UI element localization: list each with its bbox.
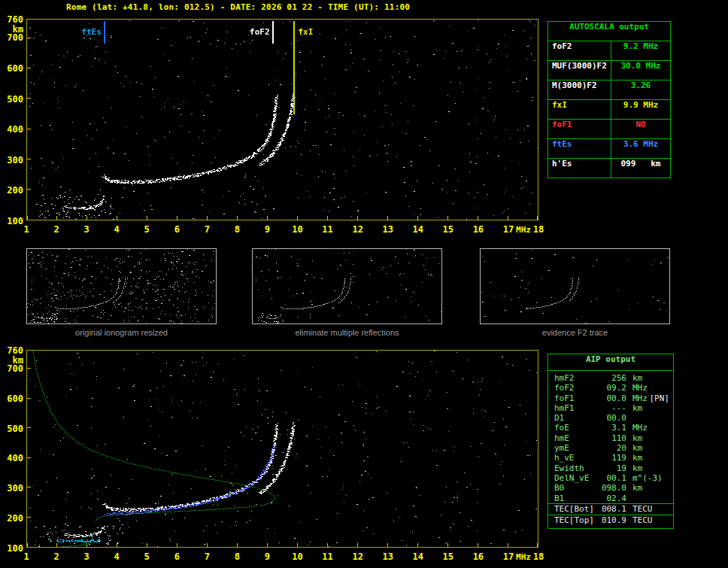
x-tick-label: 10 (292, 551, 302, 562)
aip-row: hmE110km (548, 433, 673, 443)
aip-row: hmF2256km (548, 373, 673, 383)
x-tick-label: 16 (473, 224, 484, 235)
aip-parameter: hmE (554, 433, 569, 443)
aip-unit: km (632, 483, 642, 493)
x-tick-label: 18 (533, 551, 544, 562)
autoscala-value: 9.2 MHz (611, 41, 670, 60)
aip-row: DelN_vE00.1m^(-3) (548, 473, 673, 483)
x-tick-label: 13 (382, 551, 393, 562)
y-tick-label: 200 (3, 185, 23, 196)
autoscala-row: MUF(3000)F230.0 MHz (548, 60, 670, 80)
x-tick-label: 7 (205, 551, 210, 562)
aip-unit: km (632, 373, 642, 383)
aip-unit: TECU (632, 515, 653, 526)
autoscala-value: 3.26 (611, 80, 670, 99)
x-tick-label: 1 (23, 224, 29, 235)
y-tick-label: 300 (3, 483, 23, 494)
y-tick-label: 500 (3, 424, 23, 434)
y-axis-unit: km (3, 355, 23, 366)
aip-value: 256 (595, 373, 626, 383)
aip-parameter: Ewidth (554, 463, 584, 473)
profile-ionogram-canvas (27, 351, 538, 547)
aip-parameter: B0 (554, 483, 564, 493)
aip-parameter: foE (554, 423, 569, 433)
aip-value: 00.0 (595, 413, 626, 423)
x-tick-label: 14 (413, 224, 423, 235)
aip-value: 19 (595, 463, 626, 473)
y-tick-label: 300 (3, 155, 23, 166)
autoscala-parameter: M(3000)F2 (548, 80, 611, 99)
y-tick-label: 200 (3, 513, 23, 524)
x-tick-label: 15 (443, 551, 453, 562)
aip-parameter: DelN_vE (554, 473, 589, 483)
y-tick-label: 100 (3, 216, 23, 226)
aip-row: Ewidth19km (548, 463, 673, 473)
autoscala-row: ftEs3.6 MHz (548, 138, 670, 158)
autoscala-parameter: foF1 (548, 120, 611, 138)
aip-value: 02.4 (595, 494, 626, 503)
y-tick-label: 400 (3, 124, 23, 135)
x-tick-label: 14 (413, 551, 423, 562)
profile-ionogram-plot (26, 350, 538, 548)
aip-unit: TECU (632, 504, 653, 515)
x-tick-label: 4 (114, 224, 120, 235)
aip-unit: km (632, 463, 642, 473)
autoscala-app-screen: Rome (lat: +41.8, lon: 012.5) - DATE: 20… (0, 0, 728, 568)
thumbnail-original-ionogram (26, 248, 217, 324)
y-tick-label: 760 (3, 14, 23, 25)
autoscala-value: 099 km (611, 159, 670, 178)
aip-row: hmF1---km (548, 403, 673, 413)
x-tick-label: 4 (114, 551, 120, 562)
aip-value: 20 (595, 443, 626, 453)
aip-row: B102.4 (548, 494, 673, 503)
y-tick-label: 500 (3, 94, 23, 105)
aip-unit: MHz (632, 383, 648, 393)
aip-value: 00.0 (595, 393, 626, 403)
autoscala-parameter: fxI (548, 100, 611, 119)
autoscala-parameter: foF2 (548, 41, 611, 60)
aip-parameter: foF1 (554, 393, 575, 403)
thumbnail-original-canvas (27, 249, 216, 323)
aip-output-panel: AIP output hmF2256kmfoF209.2MHzfoF100.0M… (548, 354, 674, 529)
thumbnail-cleaned-ionogram (252, 248, 442, 324)
autoscala-parameter: h'Es (548, 159, 611, 178)
aip-row: ymE20km (548, 443, 673, 453)
x-tick-label: 3 (83, 551, 89, 562)
x-axis-unit: MHz (516, 225, 531, 235)
x-tick-label: 6 (174, 551, 180, 562)
y-axis-unit: km (3, 24, 23, 35)
aip-value: 3.1 (595, 423, 626, 433)
aip-note: [PN] (650, 393, 670, 403)
aip-row: h_vE119km (548, 453, 673, 463)
autoscala-row: fxI9.9 MHz (548, 99, 670, 119)
aip-unit: km (632, 453, 642, 463)
x-tick-label: 2 (53, 551, 59, 562)
x-tick-label: 9 (265, 224, 270, 235)
aip-value: 098.0 (595, 483, 626, 493)
x-tick-label: 10 (292, 224, 302, 235)
aip-parameter: foF2 (554, 383, 575, 393)
autoscala-title: AUTOSCALA output (548, 22, 670, 41)
thumbnail-f2-trace-canvas (481, 249, 669, 323)
aip-parameter: D1 (554, 413, 564, 423)
autoscala-value: 30.0 MHz (611, 61, 670, 80)
autoscala-row: M(3000)F23.26 (548, 80, 670, 99)
autoscala-value: NO (611, 120, 670, 138)
thumbnail-caption-f2-trace: evidence F2 trace (480, 328, 670, 337)
aip-parameter: B1 (554, 494, 564, 503)
autoscala-row: h'Es099 km (548, 158, 670, 178)
x-tick-label: 13 (382, 224, 393, 235)
x-tick-label: 8 (235, 551, 240, 562)
x-tick-label: 3 (83, 224, 89, 235)
aip-value: 09.2 (595, 383, 626, 393)
autoscala-row: foF1NO (548, 119, 670, 138)
aip-value: 00.1 (595, 473, 626, 483)
y-tick-label: 400 (3, 453, 23, 463)
x-tick-label: 16 (473, 551, 484, 562)
autoscala-parameter: MUF(3000)F2 (548, 61, 611, 80)
aip-row: foE3.1MHz (548, 423, 673, 433)
main-ionogram-canvas (27, 20, 538, 220)
aip-unit: MHz (632, 423, 648, 433)
aip-value: 119 (595, 453, 626, 463)
aip-value: 010.9 (595, 515, 626, 526)
